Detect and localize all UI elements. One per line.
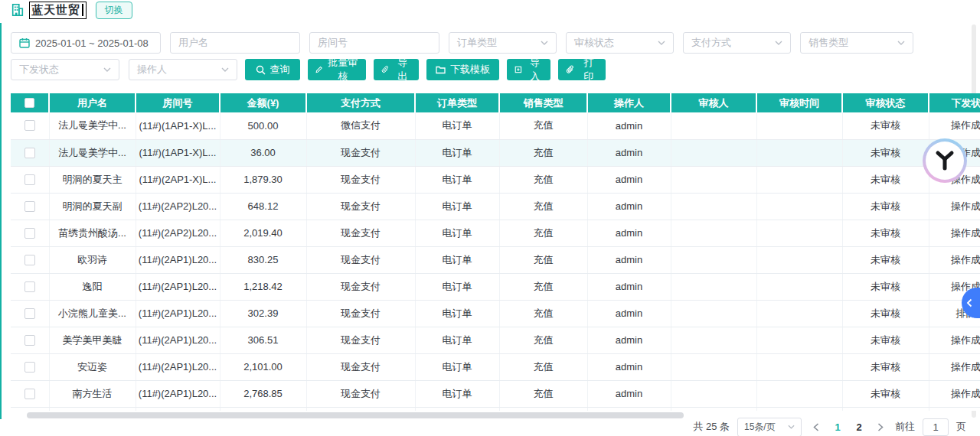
switch-merchant-button[interactable]: 切换	[96, 2, 132, 19]
dispatch-status-select[interactable]: 下发状态	[11, 59, 119, 80]
row-checkbox[interactable]	[24, 362, 35, 373]
cell-username: 明洞的夏天主	[49, 166, 136, 193]
order-type-placeholder: 订单类型	[457, 36, 497, 50]
chevron-down-icon	[541, 41, 548, 45]
room-input[interactable]: 房间号	[309, 32, 439, 54]
cell-audit_time	[756, 380, 842, 407]
cell-audit_time	[756, 166, 842, 193]
total-count-label: 共 25 条	[693, 420, 730, 434]
goto-page-input[interactable]: 1	[923, 418, 949, 436]
cell-sales_type: 充值	[499, 300, 587, 327]
header-auditor: 审核人	[671, 93, 756, 112]
cell-pay_method: 现金支付	[306, 246, 415, 273]
topbar: 蓝天世贸 切换	[11, 0, 132, 20]
row-checkbox[interactable]	[24, 281, 35, 292]
table-row: 苗绣贵州酸汤...(11#)(2AP2)L20...2,019.40现金支付电订…	[11, 220, 980, 246]
audit-status-select[interactable]: 审核状态	[566, 32, 674, 54]
assistant-widget-button[interactable]	[923, 138, 967, 183]
order-audit-page: 蓝天世贸 切换 2025-01-01 ~ 2025-01-08 用户名 房间号 …	[0, 0, 980, 436]
import-box-icon	[514, 65, 522, 74]
print-button-label: 打印	[579, 56, 598, 83]
cell-audit_status: 未审核	[842, 353, 929, 380]
cell-auditor	[671, 220, 756, 246]
cell-username: 逸阳	[49, 273, 136, 300]
cell-operator: admin	[587, 380, 671, 407]
cell-dispatch_status: 操作成功	[929, 220, 980, 246]
table-row: 欧羽诗(11#)(2AP1)L20...830.25现金支付电订单充值admin…	[11, 246, 980, 273]
cell-sales_type: 充值	[499, 327, 587, 353]
cell-sales_type: 充值	[499, 112, 587, 139]
text-caret	[82, 4, 83, 16]
select-all-checkbox[interactable]	[24, 98, 34, 108]
cell-operator: admin	[587, 300, 671, 327]
header-pay-method: 支付方式	[306, 93, 415, 112]
cell-sales_type: 充值	[499, 166, 587, 193]
row-checkbox[interactable]	[24, 148, 35, 158]
row-checkbox[interactable]	[24, 255, 35, 265]
page-number-2[interactable]: 2	[852, 421, 866, 433]
table-row: 南方生活(11#)(2AP1)L20...2,768.85现金支付电订单充值ad…	[11, 380, 980, 407]
cell-amount: 1,879.30	[220, 166, 306, 193]
cell-username: 法儿曼美学中...	[49, 139, 136, 166]
download-template-button[interactable]: 下载模板	[426, 59, 499, 80]
horizontal-scrollbar-thumb[interactable]	[27, 412, 684, 418]
cell-pay_method: 现金支付	[306, 193, 415, 220]
chevron-left-icon	[813, 423, 819, 431]
cell-auditor	[671, 273, 756, 300]
cell-auditor	[671, 407, 756, 411]
cell-operator: admin	[587, 112, 671, 139]
pay-method-select[interactable]: 支付方式	[683, 32, 791, 54]
cell-sales_type: 充值	[499, 246, 587, 273]
row-checkbox[interactable]	[24, 335, 35, 346]
print-button[interactable]: 打印	[558, 59, 606, 80]
cell-audit_status: 未审核	[842, 407, 929, 411]
row-checkbox[interactable]	[24, 389, 35, 399]
chevron-down-icon	[775, 41, 782, 45]
cell-order_type: 电订单	[415, 380, 499, 407]
order-type-select[interactable]: 订单类型	[449, 32, 557, 54]
table-row: 逸阳(11#)(2AP1)L20...1,218.42现金支付电订单充值admi…	[11, 273, 980, 300]
date-range-input[interactable]: 2025-01-01 ~ 2025-01-08	[11, 32, 161, 54]
row-checkbox[interactable]	[24, 174, 35, 185]
cell-audit_time	[756, 246, 842, 273]
chevron-down-icon	[658, 41, 665, 45]
batch-audit-button[interactable]: 批量审核	[308, 59, 366, 80]
cell-order_type: 电订单	[415, 327, 499, 353]
cell-audit_status: 未审核	[842, 300, 929, 327]
cell-amount: 36.00	[220, 139, 306, 166]
cell-operator: admin	[587, 407, 671, 411]
row-checkbox[interactable]	[24, 308, 35, 319]
cell-room: (11#)(2AP1)L20...	[136, 273, 220, 300]
import-button[interactable]: 导入	[507, 59, 550, 80]
cell-pay_method: 微信支付	[306, 112, 415, 139]
folder-icon	[436, 65, 446, 74]
cell-auditor	[671, 166, 756, 193]
sales-type-select[interactable]: 销售类型	[800, 32, 913, 54]
chevron-down-icon	[897, 41, 905, 45]
cell-operator: admin	[587, 273, 671, 300]
next-page-button[interactable]	[874, 420, 887, 434]
cell-audit_status: 未审核	[842, 193, 929, 220]
operator-select[interactable]: 操作人	[129, 59, 237, 80]
cell-room: (11#)(1AP1)L10...	[136, 407, 220, 411]
prev-page-button[interactable]	[809, 420, 823, 434]
table-row: 法儿曼美学中...(11#)(1AP1-X)L...500.00微信支付电订单充…	[11, 112, 980, 139]
cell-username: 美学美甲美睫	[49, 327, 136, 353]
page-size-select[interactable]: 15条/页	[737, 418, 802, 436]
cell-auditor	[671, 139, 756, 166]
query-button[interactable]: 查询	[245, 59, 300, 80]
cell-pay_method: 现金支付	[306, 300, 415, 327]
export-button-label: 导出	[394, 56, 411, 83]
row-checkbox[interactable]	[24, 201, 35, 212]
table-row: 安迈姿(11#)(2AP1)L20...2,101.00现金支付电订单充值adm…	[11, 353, 980, 380]
cell-sales_type: 充值	[499, 220, 587, 246]
header-audit-status: 审核状态	[842, 93, 929, 112]
cell-order_type: 电订单	[415, 273, 499, 300]
row-checkbox[interactable]	[24, 228, 35, 239]
row-checkbox[interactable]	[24, 120, 35, 131]
page-number-1[interactable]: 1	[831, 421, 844, 433]
export-button[interactable]: 导出	[374, 59, 419, 80]
username-input[interactable]: 用户名	[170, 32, 300, 54]
merchant-title-box[interactable]: 蓝天世贸	[29, 2, 87, 19]
cell-auditor	[671, 380, 756, 407]
